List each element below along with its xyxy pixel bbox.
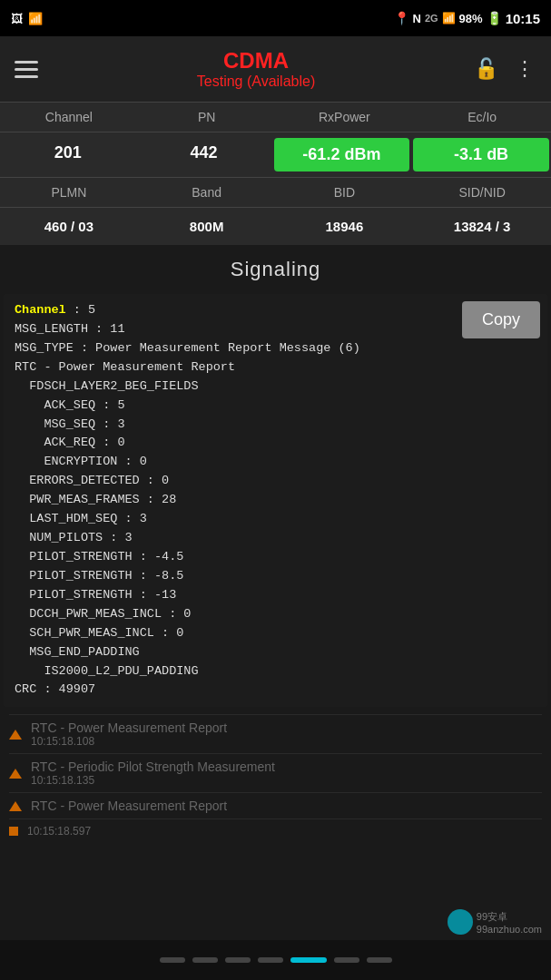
top-bar-actions: 🔓 ⋮ xyxy=(474,57,536,81)
detail-line-14: PILOT_STRENGTH : -8.5 xyxy=(15,567,536,586)
nav-tab-6[interactable] xyxy=(367,957,392,963)
detail-line-5: ACK_SEQ : 5 xyxy=(15,397,536,416)
nav-tab-3[interactable] xyxy=(258,957,283,963)
pn-value: 442 xyxy=(136,136,272,173)
detail-line-6: MSG_SEQ : 3 xyxy=(15,416,536,435)
signaling-header: Signaling xyxy=(0,245,551,290)
detail-line-12: NUM_PILOTS : 3 xyxy=(15,529,536,548)
metrics-values-row2: 460 / 03 800M 18946 13824 / 3 xyxy=(0,208,551,245)
pn-header: PN xyxy=(138,103,276,132)
detail-lines: Channel : 5 MSG_LENGTH : 11 MSG_TYPE : P… xyxy=(15,301,536,700)
battery-icon: 🔋 xyxy=(487,11,502,25)
message-list: Power Measurement Report Pilot Strength … xyxy=(0,290,551,871)
lock-icon[interactable]: 🔓 xyxy=(474,57,498,81)
detail-line-16: DCCH_PWR_MEAS_INCL : 0 xyxy=(15,605,536,624)
detail-line-9: ERRORS_DETECTED : 0 xyxy=(15,472,536,491)
status-bar-left: 🖼 📶 xyxy=(11,12,43,25)
nav-tab-4[interactable] xyxy=(290,957,327,963)
detail-line-8: ENCRYPTION : 0 xyxy=(15,453,536,472)
watermark-subtext: 99anzhuo.com xyxy=(477,924,542,935)
detail-line-0: Channel : 5 xyxy=(15,301,536,320)
rxpower-value: -61.2 dBm xyxy=(274,138,410,172)
ecio-value: -3.1 dB xyxy=(413,138,549,172)
bid-header: BID xyxy=(276,178,414,207)
top-bar: CDMA Testing (Available) 🔓 ⋮ xyxy=(0,36,551,102)
status-bar: 🖼 📶 📍 N 2G 📶 98% 🔋 10:15 xyxy=(0,0,551,36)
band-header: Band xyxy=(138,178,276,207)
rxpower-header: RxPower xyxy=(276,103,414,132)
nav-tab-0[interactable] xyxy=(160,957,185,963)
status-bar-right: 📍 N 2G 📶 98% 🔋 10:15 xyxy=(394,11,540,26)
metrics-header-row2: PLMN Band BID SID/NID xyxy=(0,177,551,208)
detail-line-13: PILOT_STRENGTH : -4.5 xyxy=(15,548,536,567)
sidnid-header: SID/NID xyxy=(413,178,551,207)
location-icon: 📍 xyxy=(394,11,409,25)
detail-line-19: IS2000_L2_PDU_PADDING xyxy=(15,662,536,681)
watermark-logo xyxy=(448,909,473,935)
nav-tab-5[interactable] xyxy=(334,957,359,963)
bottom-nav-bar xyxy=(0,940,551,980)
detail-line-15: PILOT_STRENGTH : -13 xyxy=(15,586,536,605)
detail-line-10: PWR_MEAS_FRAMES : 28 xyxy=(15,491,536,510)
channel-value: 201 xyxy=(0,136,136,173)
time-label: 10:15 xyxy=(506,11,540,26)
detail-line-7: ACK_REQ : 0 xyxy=(15,434,536,453)
detail-line-4: FDSCH_LAYER2_BEG_FIELDS xyxy=(15,377,536,397)
metrics-table: Channel PN RxPower Ec/Io 201 442 -61.2 d… xyxy=(0,102,551,245)
metrics-values-row: 201 442 -61.2 dBm -3.1 dB xyxy=(0,132,551,177)
battery-label: 98% xyxy=(459,12,483,25)
app-subtitle: Testing (Available) xyxy=(197,74,315,90)
network-label: 2G xyxy=(425,13,438,24)
more-options-icon[interactable]: ⋮ xyxy=(515,57,536,81)
detail-line-1: MSG_LENGTH : 11 xyxy=(15,320,536,339)
detail-line-20: CRC : 49907 xyxy=(15,681,536,700)
band-value: 800M xyxy=(138,211,276,241)
detail-line-11: LAST_HDM_SEQ : 3 xyxy=(15,510,536,529)
image-icon: 🖼 xyxy=(11,12,23,25)
hamburger-menu-button[interactable] xyxy=(15,61,38,78)
plmn-value: 460 / 03 xyxy=(0,211,138,241)
app-title: CDMA xyxy=(223,48,289,74)
bid-value: 18946 xyxy=(276,211,414,241)
detail-line-2: MSG_TYPE : Power Measurement Report Mess… xyxy=(15,339,536,358)
app-title-area: CDMA Testing (Available) xyxy=(197,48,315,90)
channel-header: Channel xyxy=(0,103,138,132)
detail-line-3: RTC - Power Measurement Report xyxy=(15,358,536,377)
nav-tab-2[interactable] xyxy=(225,957,251,963)
nfc-icon: N xyxy=(413,12,421,25)
detail-line-18: MSG_END_PADDING xyxy=(15,643,536,662)
signal-bars-icon: 📶 xyxy=(442,12,456,24)
sidnid-value: 13824 / 3 xyxy=(413,211,551,241)
copy-button[interactable]: Copy xyxy=(462,301,540,338)
signal-icon: 📶 xyxy=(28,12,43,25)
watermark-text: 99安卓 xyxy=(477,910,542,924)
watermark: 99安卓 99anzhuo.com xyxy=(448,909,542,935)
detail-line-17: SCH_PWR_MEAS_INCL : 0 xyxy=(15,624,536,643)
plmn-header: PLMN xyxy=(0,178,138,207)
nav-tab-1[interactable] xyxy=(192,957,218,963)
metrics-header-row: Channel PN RxPower Ec/Io xyxy=(0,103,551,132)
ecio-header: Ec/Io xyxy=(413,103,551,132)
detail-panel: Copy Channel : 5 MSG_LENGTH : 11 MSG_TYP… xyxy=(4,294,547,707)
